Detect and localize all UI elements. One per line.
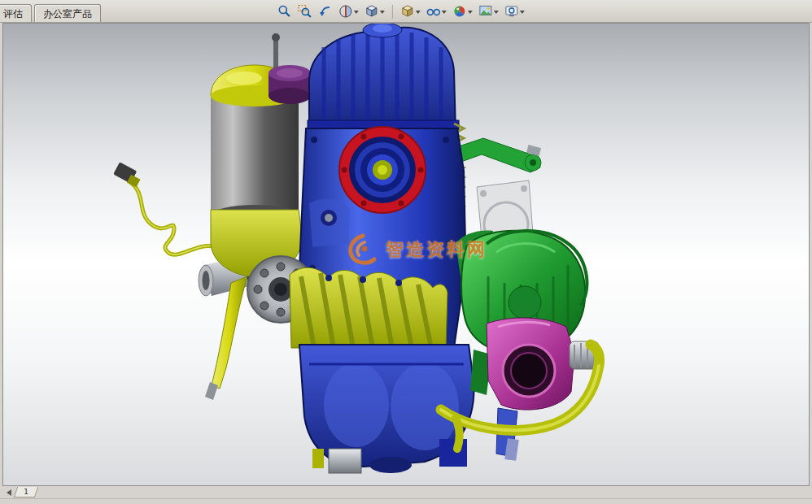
dropdown-arrow-icon[interactable]	[380, 11, 385, 14]
display-style-icon[interactable]	[399, 3, 422, 20]
sensor-stem[interactable]	[272, 33, 280, 68]
app-window: 评估 办公室产品	[0, 0, 812, 504]
dropdown-arrow-icon[interactable]	[442, 11, 447, 14]
bracket-arm[interactable]	[454, 138, 541, 172]
dropdown-arrow-icon[interactable]	[468, 11, 473, 14]
model-tab-label: 1	[24, 488, 28, 496]
dropdown-arrow-icon[interactable]	[520, 11, 525, 14]
zoom-to-fit-icon[interactable]	[276, 3, 294, 20]
magneto-cover[interactable]	[290, 267, 447, 348]
primary-clutch[interactable]	[339, 127, 426, 213]
heads-up-view-toolbar	[276, 3, 526, 20]
oil-filter-canister[interactable]	[211, 94, 299, 228]
wire-harness[interactable]	[113, 162, 216, 254]
dropdown-arrow-icon[interactable]	[494, 11, 499, 14]
graphics-viewport[interactable]: 智造资料网	[2, 23, 810, 486]
tab-scroll-left-icon[interactable]	[7, 489, 11, 496]
view-settings-icon[interactable]	[503, 3, 526, 20]
breather-cap[interactable]	[268, 65, 311, 104]
ribbon-tab-office-products-label: 办公室产品	[43, 8, 92, 20]
edit-appearance-icon[interactable]	[451, 3, 474, 20]
view-orientation-icon[interactable]	[363, 3, 386, 20]
previous-view-icon[interactable]	[317, 3, 334, 20]
ribbon-tab-evaluate[interactable]: 评估	[0, 4, 32, 22]
top-bar: 评估 办公室产品	[0, 0, 812, 23]
status-bar	[0, 498, 812, 504]
apply-scene-icon[interactable]	[477, 3, 500, 20]
section-view-icon[interactable]	[337, 3, 360, 20]
model-tab-bar: 1	[2, 486, 810, 498]
dropdown-arrow-icon[interactable]	[416, 11, 421, 14]
engine-assembly-model[interactable]	[2, 23, 810, 486]
dropdown-arrow-icon[interactable]	[354, 11, 359, 14]
zoom-to-area-icon[interactable]	[296, 3, 314, 20]
valve-cover[interactable]	[308, 23, 459, 132]
ribbon-tab-office-products[interactable]: 办公室产品	[34, 4, 101, 22]
ribbon-tab-evaluate-label: 评估	[3, 8, 23, 20]
ribbon-tabs: 评估 办公室产品	[0, 4, 101, 22]
toolbar-separator	[392, 5, 393, 19]
hide-show-items-icon[interactable]	[425, 3, 448, 20]
model-tab[interactable]: 1	[14, 487, 38, 497]
